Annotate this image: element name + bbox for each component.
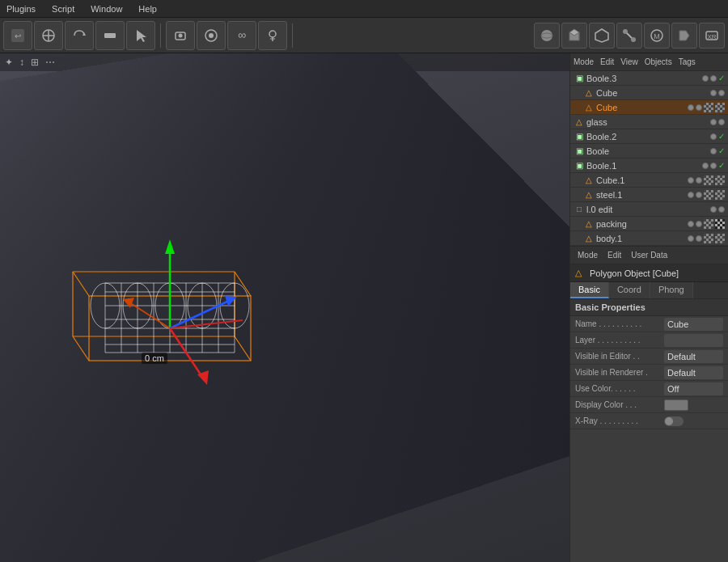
- boole1-dot2[interactable]: [710, 163, 717, 169]
- packing-checker1[interactable]: [704, 219, 713, 229]
- cube-1-dot1[interactable]: [688, 177, 694, 184]
- lo-edit-dot1[interactable]: [710, 206, 717, 213]
- tree-item-boole3[interactable]: ▣ Boole.3 ✓: [570, 71, 728, 86]
- tree-item-cube2[interactable]: △ Cube: [570, 100, 728, 115]
- steel1-checker1[interactable]: [704, 190, 713, 200]
- cube2-dot1[interactable]: [688, 104, 694, 111]
- obj-tags-btn[interactable]: Tags: [679, 57, 696, 66]
- tree-item-glass[interactable]: △ glass: [570, 115, 728, 129]
- prop-edit-btn[interactable]: Edit: [605, 250, 624, 260]
- cube-1-checker1[interactable]: [704, 175, 713, 185]
- glass-dot2[interactable]: [718, 119, 725, 125]
- toolbar-undo[interactable]: ↩: [3, 21, 32, 50]
- prop-vis-renderer-value[interactable]: Default: [664, 366, 723, 379]
- toolbar-cube-obj[interactable]: [561, 23, 587, 49]
- body1-checker1[interactable]: [704, 234, 713, 243]
- toolbar-render[interactable]: [197, 21, 226, 50]
- tree-item-boole2[interactable]: ▣ Boole.2 ✓: [570, 129, 728, 144]
- toolbar-material[interactable]: M: [644, 23, 670, 49]
- svg-line-30: [73, 272, 89, 296]
- menu-window[interactable]: Window: [87, 2, 125, 15]
- menu-help[interactable]: Help: [135, 2, 160, 15]
- svg-marker-66: [123, 298, 134, 308]
- tree-item-cube1[interactable]: △ Cube: [570, 86, 728, 100]
- toolbar-sphere[interactable]: [534, 23, 560, 49]
- menu-bar: Plugins Script Window Help: [0, 0, 728, 18]
- prop-mode-btn[interactable]: Mode: [575, 250, 600, 260]
- tab-coord[interactable]: Coord: [609, 282, 650, 298]
- prop-xray-toggle[interactable]: [664, 416, 684, 426]
- boole3-check[interactable]: ✓: [718, 74, 725, 82]
- boole1-dot1[interactable]: [702, 163, 709, 169]
- menu-script[interactable]: Script: [49, 2, 78, 15]
- svg-point-24: [631, 37, 636, 42]
- toolbar-infinity[interactable]: ∞: [227, 21, 256, 50]
- toolbar-select[interactable]: [126, 21, 155, 50]
- viewport-nav-4[interactable]: ⋯: [45, 57, 55, 68]
- boole-check[interactable]: ✓: [718, 146, 725, 155]
- toolbar-move[interactable]: [34, 21, 63, 50]
- boole3-dot1[interactable]: [702, 75, 709, 82]
- body1-dot2[interactable]: [696, 235, 702, 242]
- obj-view-btn[interactable]: View: [620, 57, 638, 66]
- tree-item-cube-1[interactable]: △ Cube.1: [570, 173, 728, 188]
- toolbar-light[interactable]: [258, 21, 287, 50]
- prop-userdata-btn[interactable]: User Data: [629, 250, 670, 260]
- boole-dot1[interactable]: [710, 148, 717, 154]
- toolbar-xref[interactable]: XR: [699, 23, 725, 49]
- glass-dot1[interactable]: [710, 119, 717, 125]
- cube-1-checker2[interactable]: [715, 175, 725, 185]
- cube2-dot2[interactable]: [696, 104, 702, 111]
- packing-checker2[interactable]: [715, 219, 725, 229]
- cube-1-dot2[interactable]: [696, 177, 702, 184]
- body1-dot1[interactable]: [688, 235, 694, 242]
- viewport-nav-2[interactable]: ↕: [19, 57, 24, 68]
- tree-item-packing[interactable]: △ packing: [570, 217, 728, 231]
- tab-phong[interactable]: Phong: [650, 282, 693, 298]
- steel1-dot2[interactable]: [696, 192, 702, 198]
- menu-plugins[interactable]: Plugins: [3, 2, 39, 15]
- cube2-label: Cube: [595, 103, 688, 112]
- viewport[interactable]: ✦ ↕ ⊞ ⋯: [0, 53, 569, 562]
- steel1-checker2[interactable]: [715, 190, 725, 200]
- svg-line-33: [235, 336, 251, 361]
- toolbar-tag[interactable]: [671, 23, 697, 49]
- boole2-label: Boole.2: [585, 132, 710, 142]
- boole2-check[interactable]: ✓: [718, 132, 725, 141]
- tree-item-steel1[interactable]: △ steel.1: [570, 188, 728, 202]
- cube2-checker2[interactable]: [715, 103, 725, 112]
- prop-name-value[interactable]: Cube: [664, 318, 723, 331]
- tree-item-lo-edit[interactable]: □ l.0 edit: [570, 202, 728, 217]
- body1-checker2[interactable]: [715, 234, 725, 243]
- tab-basic[interactable]: Basic: [570, 282, 609, 298]
- tree-item-body1[interactable]: △ body.1: [570, 231, 728, 246]
- obj-objects-btn[interactable]: Objects: [645, 57, 672, 66]
- object-tree: ▣ Boole.3 ✓ △ Cube: [570, 71, 728, 247]
- packing-dot2[interactable]: [696, 221, 702, 227]
- prop-display-color-swatch[interactable]: [664, 399, 688, 411]
- prop-layer-value[interactable]: [664, 334, 723, 347]
- prop-vis-editor-value[interactable]: Default: [664, 350, 723, 363]
- obj-edit-btn[interactable]: Edit: [600, 57, 614, 66]
- boole2-dot1[interactable]: [710, 133, 717, 140]
- toolbar-bones[interactable]: [616, 23, 642, 49]
- boole1-check[interactable]: ✓: [718, 161, 725, 170]
- tree-item-boole1[interactable]: ▣ Boole.1 ✓: [570, 158, 728, 173]
- viewport-nav-1[interactable]: ✦: [5, 57, 13, 68]
- packing-dot1[interactable]: [688, 221, 694, 227]
- cube1-dot2[interactable]: [718, 90, 725, 96]
- tree-item-boole[interactable]: ▣ Boole ✓: [570, 144, 728, 158]
- steel1-dot1[interactable]: [688, 192, 694, 198]
- toolbar-camera[interactable]: [166, 21, 195, 50]
- obj-file-btn[interactable]: Mode: [574, 57, 594, 66]
- lo-edit-dot2[interactable]: [718, 206, 725, 213]
- toolbar-scale[interactable]: [95, 21, 125, 50]
- toolbar-mesh[interactable]: [589, 23, 615, 49]
- cube1-dot1[interactable]: [710, 90, 717, 96]
- cube2-checker1[interactable]: [704, 103, 713, 112]
- viewport-nav-3[interactable]: ⊞: [31, 57, 39, 68]
- prop-use-color-value[interactable]: Off: [664, 382, 723, 395]
- boole3-dot2[interactable]: [710, 75, 717, 82]
- toolbar-rotate[interactable]: [65, 21, 94, 50]
- boole-label: Boole: [585, 146, 710, 156]
